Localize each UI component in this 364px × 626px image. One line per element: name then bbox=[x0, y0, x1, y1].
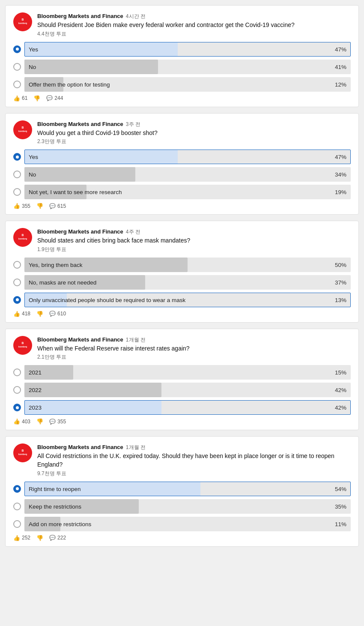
like-button[interactable]: 👍252 bbox=[13, 535, 30, 541]
option-bar[interactable]: Yes47% bbox=[24, 42, 351, 57]
card-time: 1개월 전 bbox=[126, 337, 146, 343]
dislike-button[interactable]: 👎 bbox=[36, 203, 43, 209]
card-votes: 9.7천명 투표 bbox=[37, 470, 351, 477]
radio-unchecked-icon[interactable] bbox=[13, 368, 21, 376]
poll-option-2[interactable]: Not yet, I want to see more research19% bbox=[13, 185, 351, 199]
radio-unchecked-icon[interactable] bbox=[13, 171, 21, 178]
poll-options: Right time to reopen54%Keep the restrict… bbox=[13, 482, 351, 531]
card-source[interactable]: Bloomberg Markets and Finance bbox=[37, 121, 123, 127]
poll-option-0[interactable]: 202115% bbox=[13, 365, 351, 380]
thumbup-icon: 👍 bbox=[13, 418, 20, 425]
option-bar[interactable]: 202115% bbox=[24, 365, 351, 380]
option-percent: 42% bbox=[335, 387, 346, 393]
card-time: 4주 전 bbox=[126, 229, 140, 235]
option-bar-selected-border bbox=[24, 400, 351, 415]
radio-checked-icon[interactable] bbox=[13, 153, 21, 161]
option-percent: 47% bbox=[335, 154, 346, 160]
radio-unchecked-icon[interactable] bbox=[13, 63, 21, 71]
comment-button[interactable]: 💬615 bbox=[49, 203, 66, 209]
radio-unchecked-icon[interactable] bbox=[13, 81, 21, 88]
radio-checked-icon[interactable] bbox=[13, 404, 21, 411]
like-count: 403 bbox=[22, 419, 30, 425]
option-bar[interactable]: No, masks are not needed37% bbox=[24, 275, 351, 290]
card-question: All Covid restrictions in the U.K. expir… bbox=[37, 452, 351, 469]
option-bar[interactable]: Right time to reopen54% bbox=[24, 482, 351, 496]
poll-option-2[interactable]: Add on more restrictions11% bbox=[13, 517, 351, 531]
poll-option-2[interactable]: Only unvaccinated people should be requi… bbox=[13, 293, 351, 307]
like-button[interactable]: 👍61 bbox=[13, 95, 27, 102]
comment-button[interactable]: 💬244 bbox=[46, 95, 63, 101]
option-bar[interactable]: Add on more restrictions11% bbox=[24, 517, 351, 531]
poll-option-0[interactable]: Yes, bring them back50% bbox=[13, 258, 351, 272]
option-bar[interactable]: Yes, bring them back50% bbox=[24, 258, 351, 272]
option-bar[interactable]: 202342% bbox=[24, 400, 351, 415]
svg-text:loomberg: loomberg bbox=[18, 346, 27, 348]
card-source[interactable]: Bloomberg Markets and Finance bbox=[37, 336, 123, 343]
comment-button[interactable]: 💬355 bbox=[49, 419, 66, 425]
poll-options: Yes47%No41%Offer them the option for tes… bbox=[13, 42, 351, 92]
poll-option-1[interactable]: 202242% bbox=[13, 383, 351, 397]
like-button[interactable]: 👍403 bbox=[13, 418, 30, 425]
dislike-button[interactable]: 👎 bbox=[36, 418, 43, 425]
dislike-button[interactable]: 👎 bbox=[36, 311, 43, 317]
comment-button[interactable]: 💬610 bbox=[49, 311, 66, 317]
card-source[interactable]: Bloomberg Markets and Finance bbox=[37, 228, 123, 235]
option-percent: 42% bbox=[335, 404, 346, 411]
poll-card-4: BloombergBloomberg Markets and Finance1개… bbox=[5, 436, 359, 546]
poll-option-1[interactable]: No34% bbox=[13, 167, 351, 182]
card-source[interactable]: Bloomberg Markets and Finance bbox=[37, 13, 123, 19]
avatar: Bloomberg bbox=[13, 443, 32, 462]
option-percent: 34% bbox=[335, 171, 346, 178]
option-bar-fill bbox=[24, 383, 161, 397]
comment-icon: 💬 bbox=[49, 311, 56, 317]
card-footer: 👍403👎💬355 bbox=[13, 418, 351, 425]
option-bar[interactable]: No41% bbox=[24, 60, 351, 74]
option-bar[interactable]: Keep the restrictions35% bbox=[24, 499, 351, 514]
radio-unchecked-icon[interactable] bbox=[13, 520, 21, 528]
option-bar[interactable]: Offer them the option for testing12% bbox=[24, 77, 351, 92]
comment-icon: 💬 bbox=[49, 419, 56, 425]
poll-option-1[interactable]: No41% bbox=[13, 60, 351, 74]
option-bar-fill bbox=[24, 167, 135, 182]
option-bar[interactable]: No34% bbox=[24, 167, 351, 182]
dislike-button[interactable]: 👎 bbox=[33, 95, 40, 102]
comment-icon: 💬 bbox=[49, 535, 56, 541]
radio-unchecked-icon[interactable] bbox=[13, 261, 21, 269]
card-source[interactable]: Bloomberg Markets and Finance bbox=[37, 444, 123, 450]
card-time: 3주 전 bbox=[126, 121, 140, 127]
option-percent: 19% bbox=[335, 189, 346, 195]
dislike-button[interactable]: 👎 bbox=[36, 535, 43, 541]
option-bar[interactable]: Yes47% bbox=[24, 150, 351, 164]
radio-checked-icon[interactable] bbox=[13, 296, 21, 304]
radio-checked-icon[interactable] bbox=[13, 45, 21, 53]
card-footer: 👍252👎💬222 bbox=[13, 535, 351, 541]
poll-option-2[interactable]: 202342% bbox=[13, 400, 351, 415]
radio-checked-icon[interactable] bbox=[13, 485, 21, 493]
radio-unchecked-icon[interactable] bbox=[13, 279, 21, 286]
radio-unchecked-icon[interactable] bbox=[13, 386, 21, 394]
option-bar[interactable]: Only unvaccinated people should be requi… bbox=[24, 293, 351, 307]
avatar: Bloomberg bbox=[13, 336, 32, 355]
poll-option-1[interactable]: No, masks are not needed37% bbox=[13, 275, 351, 290]
card-meta: Bloomberg Markets and Finance4시간 전Should… bbox=[37, 12, 351, 38]
poll-option-0[interactable]: Yes47% bbox=[13, 150, 351, 164]
like-count: 355 bbox=[22, 203, 30, 209]
radio-unchecked-icon[interactable] bbox=[13, 503, 21, 510]
poll-option-1[interactable]: Keep the restrictions35% bbox=[13, 499, 351, 514]
comment-button[interactable]: 💬222 bbox=[49, 535, 66, 541]
option-bar[interactable]: Not yet, I want to see more research19% bbox=[24, 185, 351, 199]
poll-option-2[interactable]: Offer them the option for testing12% bbox=[13, 77, 351, 92]
poll-option-0[interactable]: Yes47% bbox=[13, 42, 351, 57]
card-question: Would you get a third Covid-19 booster s… bbox=[37, 129, 351, 138]
card-header: BloombergBloomberg Markets and Finance4시… bbox=[13, 12, 351, 38]
card-header: BloombergBloomberg Markets and Finance4주… bbox=[13, 228, 351, 253]
option-percent: 37% bbox=[335, 279, 346, 285]
option-bar-bg bbox=[24, 365, 351, 380]
like-button[interactable]: 👍418 bbox=[13, 311, 30, 317]
radio-unchecked-icon[interactable] bbox=[13, 188, 21, 196]
card-time: 4시간 전 bbox=[126, 13, 146, 19]
like-button[interactable]: 👍355 bbox=[13, 203, 30, 209]
card-footer: 👍418👎💬610 bbox=[13, 311, 351, 317]
poll-option-0[interactable]: Right time to reopen54% bbox=[13, 482, 351, 496]
option-bar[interactable]: 202242% bbox=[24, 383, 351, 397]
